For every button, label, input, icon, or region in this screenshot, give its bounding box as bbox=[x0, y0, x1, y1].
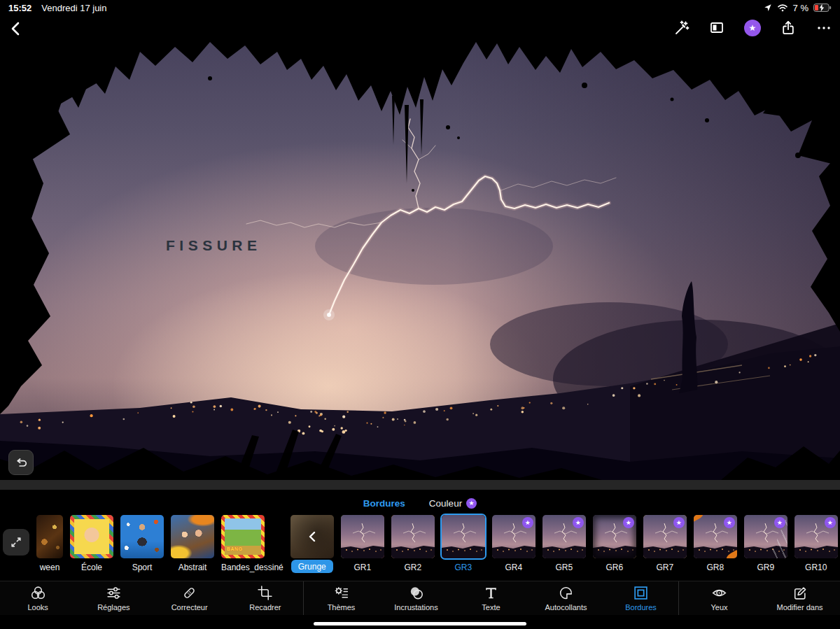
share-button[interactable] bbox=[778, 17, 799, 38]
home-area bbox=[0, 615, 840, 629]
thumbnail-preview: ★ bbox=[542, 515, 586, 558]
border-item-gr7[interactable]: ★GR7 bbox=[643, 515, 687, 572]
back-button[interactable] bbox=[6, 18, 27, 39]
premium-star-badge: ★ bbox=[623, 517, 634, 528]
more-options-button[interactable] bbox=[813, 17, 834, 38]
category-ween[interactable]: ween bbox=[36, 515, 63, 572]
before-after-button[interactable] bbox=[706, 17, 727, 38]
thumbnail-label: Sport bbox=[120, 563, 164, 572]
thumbnail-label: Bandes_dessiné bbox=[221, 563, 284, 572]
overlays-icon bbox=[408, 585, 424, 601]
tool-sliders[interactable]: Réglages bbox=[76, 581, 151, 615]
thumbnail-preview: BANG bbox=[221, 515, 265, 558]
premium-star-badge: ★ bbox=[573, 517, 584, 528]
tool-label: Bordures bbox=[625, 603, 657, 612]
thumbnail-preview bbox=[442, 515, 485, 558]
thumbnail-label: GR5 bbox=[542, 563, 586, 572]
thumbnail-label: Abstrait bbox=[171, 563, 214, 572]
thumbnail-preview bbox=[70, 515, 113, 558]
tool-overlays[interactable]: Incrustations bbox=[379, 581, 454, 615]
premium-star-badge: ★ bbox=[522, 517, 533, 528]
tool-label: Looks bbox=[27, 603, 48, 612]
thumbnail-label: GR1 bbox=[341, 563, 384, 572]
thumbnail-preview: ★ bbox=[694, 515, 737, 558]
category-sport[interactable]: Sport bbox=[120, 515, 164, 572]
border-item-gr10[interactable]: ★GR10 bbox=[794, 515, 838, 572]
panel-tab-bordures[interactable]: Bordures bbox=[363, 498, 405, 509]
location-icon bbox=[764, 3, 772, 12]
home-indicator[interactable] bbox=[314, 622, 526, 626]
border-item-gr4[interactable]: ★GR4 bbox=[492, 515, 536, 572]
thumbnail-preview bbox=[290, 515, 334, 558]
thumbnail-preview: ★ bbox=[593, 515, 636, 558]
tool-crop[interactable]: Recadrer bbox=[227, 581, 303, 615]
border-item-gr1[interactable]: GR1 bbox=[341, 515, 384, 572]
thumbnails-row: weenÉcoleSportAbstraitBANGBandes_dessiné… bbox=[0, 513, 840, 581]
panel-tab-couleur[interactable]: Couleur★ bbox=[429, 498, 477, 509]
border-item-gr9[interactable]: ★GR9 bbox=[744, 515, 788, 572]
tool-label: Incrustations bbox=[394, 603, 438, 612]
tool-edit-in[interactable]: Modifier dans bbox=[760, 581, 840, 615]
thumbnail-label: GR3 bbox=[442, 563, 485, 572]
sliders-icon bbox=[106, 585, 122, 601]
tool-label: Texte bbox=[482, 603, 500, 612]
sticker-icon bbox=[558, 585, 574, 601]
tool-healing[interactable]: Correcteur bbox=[152, 581, 227, 615]
premium-star-badge: ★ bbox=[825, 517, 836, 528]
category-ecole[interactable]: École bbox=[70, 515, 113, 572]
looks-icon bbox=[30, 585, 46, 601]
wifi-icon bbox=[777, 3, 788, 12]
back-chevron-icon bbox=[8, 21, 24, 36]
magic-wand-icon bbox=[673, 20, 690, 36]
comic-badge-text: BANG bbox=[227, 546, 243, 551]
tool-label: Recadrer bbox=[249, 603, 281, 612]
thumbnail-preview: ★ bbox=[643, 515, 687, 558]
thumbnail-label: GR8 bbox=[694, 563, 737, 572]
ellipsis-icon bbox=[816, 20, 832, 36]
canvas-panel-divider bbox=[0, 480, 840, 490]
tool-label: Correcteur bbox=[172, 603, 208, 612]
tool-label: Réglages bbox=[97, 603, 130, 612]
crop-icon bbox=[257, 585, 273, 601]
tool-eye[interactable]: Yeux bbox=[679, 581, 760, 615]
border-item-gr6[interactable]: ★GR6 bbox=[593, 515, 636, 572]
panel-tabs: BorduresCouleur★ bbox=[0, 490, 840, 513]
thumbnail-label: GR6 bbox=[593, 563, 636, 572]
photo-editor-app: 15:52 Vendredi 17 juin 7 % bbox=[0, 0, 840, 629]
tool-looks[interactable]: Looks bbox=[0, 581, 76, 615]
premium-button[interactable]: ★ bbox=[742, 17, 763, 38]
thumbnail-preview bbox=[36, 515, 63, 558]
tool-label: Yeux bbox=[710, 603, 727, 612]
premium-star-badge: ★ bbox=[673, 517, 685, 528]
category-grunge[interactable]: Grunge bbox=[290, 515, 334, 573]
border-item-gr3[interactable]: GR3 bbox=[442, 515, 485, 572]
thumbnail-label: GR9 bbox=[744, 563, 788, 572]
premium-star-badge: ★ bbox=[774, 517, 785, 528]
chevron-left-icon bbox=[290, 515, 334, 558]
category-bandes[interactable]: BANGBandes_dessiné bbox=[221, 515, 284, 572]
auto-enhance-button[interactable] bbox=[671, 17, 692, 38]
undo-button[interactable] bbox=[8, 450, 34, 475]
tab-label: Bordures bbox=[363, 498, 405, 509]
border-item-gr5[interactable]: ★GR5 bbox=[542, 515, 586, 572]
tool-borders[interactable]: Bordures bbox=[603, 581, 678, 615]
tool-label: Autocollants bbox=[545, 603, 587, 612]
bottom-toolbar: LooksRéglagesCorrecteurRecadrerThèmesInc… bbox=[0, 581, 840, 615]
thumbnail-label: École bbox=[70, 563, 113, 572]
thumbnail-label: GR10 bbox=[794, 563, 838, 572]
premium-star-badge: ★ bbox=[724, 517, 735, 528]
category-abstrait[interactable]: Abstrait bbox=[171, 515, 214, 572]
tool-text[interactable]: Texte bbox=[454, 581, 528, 615]
expand-panel-button[interactable] bbox=[3, 529, 29, 556]
tool-themes[interactable]: Thèmes bbox=[304, 581, 379, 615]
premium-star-icon: ★ bbox=[466, 498, 477, 509]
border-item-gr2[interactable]: GR2 bbox=[391, 515, 435, 572]
photo-overlay-text: FISSURE bbox=[166, 237, 262, 253]
expand-arrows-icon bbox=[10, 536, 22, 549]
battery-percent: 7 % bbox=[793, 3, 808, 13]
thumbnail-preview: ★ bbox=[744, 515, 788, 558]
clock: 15:52 bbox=[8, 3, 31, 13]
border-item-gr8[interactable]: ★GR8 bbox=[694, 515, 737, 572]
photo-canvas[interactable]: FISSURE bbox=[0, 15, 840, 480]
tool-sticker[interactable]: Autocollants bbox=[528, 581, 603, 615]
